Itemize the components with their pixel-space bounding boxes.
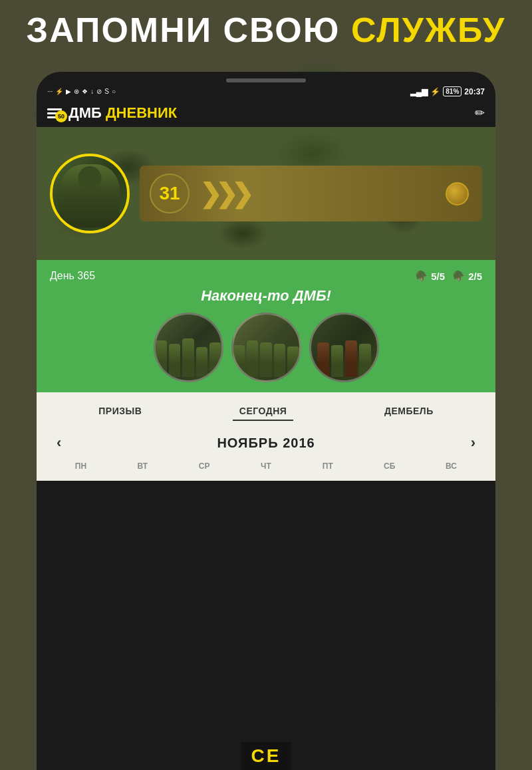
- calendar-section: ПРИЗЫВ СЕГОДНЯ ДЕМБЕЛЬ ‹ НОЯБРЬ 2016 › П…: [37, 392, 495, 481]
- youtube-icon: ▶: [66, 88, 71, 95]
- soldier-group-2: [233, 315, 299, 380]
- status-bar: ··· ⚡ ▶ ⊛ ❖ ↓ ⊘ S ○ ▂▄▆ ⚡ 81% 20:37: [37, 82, 495, 99]
- app-title-yellow: ДНЕВНИК: [106, 104, 177, 121]
- weekday-sat: СБ: [376, 461, 403, 471]
- battery-percent: 81%: [446, 88, 459, 95]
- hat-icon: 🪖: [416, 270, 428, 282]
- photo-row: [50, 313, 482, 382]
- weekday-sun: ВС: [438, 461, 464, 471]
- weekday-wed: СР: [191, 461, 217, 471]
- top-banner: ЗАПОМНИ СВОЮ СЛУЖБУ: [0, 10, 532, 50]
- app-title: ДМБ ДНЕВНИК: [68, 104, 177, 122]
- banner-yellow-text: СЛУЖБУ: [351, 11, 506, 49]
- s-icon: S: [104, 88, 109, 95]
- weekday-mon: ПН: [67, 461, 94, 471]
- notification-dots-icon: ···: [47, 88, 53, 95]
- circle-icon: ○: [112, 88, 116, 95]
- weekday-fri: ПТ: [315, 461, 341, 471]
- calendar-month-label: НОЯБРЬ 2016: [217, 436, 315, 451]
- info-top-row: День 365 🪖 5/5 🪖 2/5: [50, 270, 482, 282]
- badge-shovel-value: 2/5: [468, 271, 482, 282]
- weekday-thu: ЧТ: [253, 461, 279, 471]
- soldier-head: [78, 166, 102, 190]
- info-badges: 🪖 5/5 🪖 2/5: [416, 270, 482, 282]
- status-icons: ··· ⚡ ▶ ⊛ ❖ ↓ ⊘ S ○: [47, 88, 116, 95]
- status-right: ▂▄▆ ⚡ 81% 20:37: [410, 86, 485, 96]
- rank-number: 31: [150, 174, 190, 213]
- next-month-button[interactable]: ›: [464, 431, 482, 455]
- tab-dembel[interactable]: ДЕМБЕЛЬ: [378, 402, 440, 421]
- photo-3[interactable]: [309, 313, 379, 382]
- dropbox-icon: ❖: [82, 88, 88, 95]
- lightning-icon: ⚡: [430, 87, 440, 96]
- calendar-tabs: ПРИЗЫВ СЕГОДНЯ ДЕМБЕЛЬ: [50, 402, 482, 421]
- calendar-nav: ‹ НОЯБРЬ 2016 ›: [50, 431, 482, 455]
- soldier-avatar[interactable]: [50, 154, 130, 233]
- weekday-tue: ВТ: [129, 461, 156, 471]
- info-section: День 365 🪖 5/5 🪖 2/5 Наконец-то ДМБ!: [37, 260, 495, 392]
- photo-2[interactable]: [231, 313, 301, 382]
- wifi-icon: ⊛: [74, 88, 79, 95]
- hero-section: 31 ❯❯❯: [37, 127, 495, 260]
- signal-icon: ▂▄▆: [410, 87, 428, 96]
- badge-hat: 🪖 5/5: [416, 270, 445, 282]
- dmb-title: Наконец-то ДМБ!: [50, 287, 482, 305]
- app-header: 50 ДМБ ДНЕВНИК ✏: [37, 99, 495, 127]
- battery-indicator: 81%: [443, 86, 462, 96]
- blocked-icon: ⊘: [96, 88, 102, 95]
- rank-stripe: 31 ❯❯❯: [140, 166, 482, 221]
- prev-month-button[interactable]: ‹: [50, 431, 68, 455]
- edit-button[interactable]: ✏: [475, 106, 485, 120]
- shovel-icon: 🪖: [453, 270, 466, 282]
- badge-shovel: 🪖 2/5: [453, 270, 482, 282]
- soldier-group-3: [311, 315, 377, 380]
- day-label: День 365: [50, 270, 95, 282]
- rank-coin: [446, 182, 469, 205]
- rank-arrows-icon: ❯❯❯: [200, 178, 247, 209]
- soldier-group-1: [156, 315, 221, 380]
- usb-icon: ⚡: [55, 88, 63, 95]
- phone-frame: ··· ⚡ ▶ ⊛ ❖ ↓ ⊘ S ○ ▂▄▆ ⚡ 81% 20:37 50: [37, 72, 495, 770]
- clock-time: 20:37: [464, 87, 485, 96]
- menu-button[interactable]: 50: [47, 108, 62, 118]
- photo-1[interactable]: [154, 313, 223, 382]
- badge-hat-value: 5/5: [431, 271, 445, 282]
- menu-badge: 50: [55, 110, 67, 122]
- calendar-weekdays: ПН ВТ СР ЧТ ПТ СБ ВС: [50, 461, 482, 471]
- app-title-white: ДМБ: [68, 104, 102, 121]
- tab-prizyv[interactable]: ПРИЗЫВ: [92, 402, 148, 421]
- bottom-ce-text: CE: [241, 742, 291, 770]
- banner-white-text: ЗАПОМНИ СВОЮ: [27, 11, 340, 49]
- tab-segodnya[interactable]: СЕГОДНЯ: [233, 402, 294, 421]
- download-icon: ↓: [90, 88, 94, 95]
